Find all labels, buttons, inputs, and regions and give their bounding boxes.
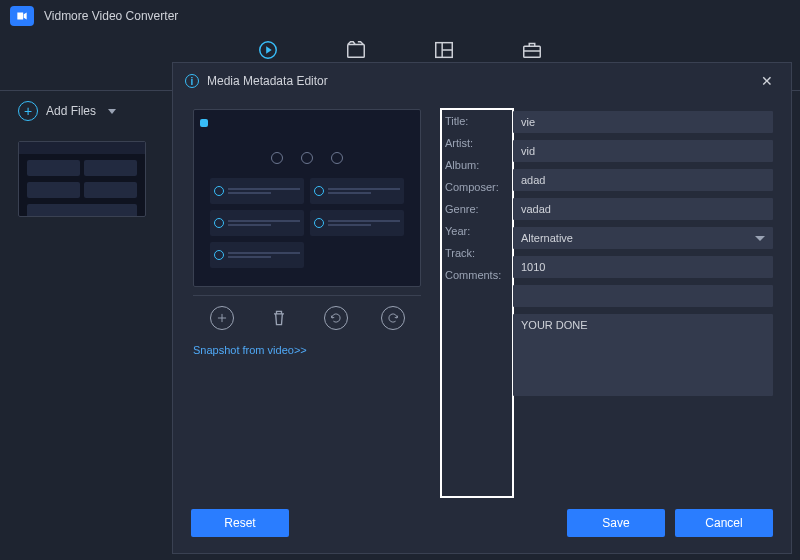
reset-button[interactable]: Reset	[191, 509, 289, 537]
comments-field[interactable]	[513, 314, 773, 396]
year-field[interactable]	[513, 256, 773, 278]
add-cover-button[interactable]	[210, 306, 234, 330]
dialog-header: i Media Metadata Editor ✕	[173, 63, 791, 99]
label-artist: Artist:	[445, 137, 509, 149]
chevron-down-icon[interactable]	[108, 109, 116, 114]
label-comments: Comments:	[445, 269, 509, 281]
snapshot-link[interactable]: Snapshot from video>>	[193, 344, 307, 356]
tab-toolbox[interactable]	[518, 38, 546, 62]
delete-cover-button[interactable]	[267, 306, 291, 330]
cancel-button[interactable]: Cancel	[675, 509, 773, 537]
album-field[interactable]	[513, 169, 773, 191]
app-logo	[10, 6, 34, 26]
close-icon[interactable]: ✕	[755, 71, 779, 91]
svg-rect-3	[524, 46, 541, 57]
tab-collage[interactable]	[430, 38, 458, 62]
plus-icon: +	[18, 101, 38, 121]
tab-media[interactable]	[342, 38, 370, 62]
redo-button[interactable]	[381, 306, 405, 330]
add-files-button[interactable]: Add Files	[46, 104, 96, 118]
label-genre: Genre:	[445, 203, 509, 215]
app-title: Vidmore Video Converter	[44, 9, 178, 23]
label-track: Track:	[445, 247, 509, 259]
label-title: Title:	[445, 115, 509, 127]
genre-select[interactable]	[513, 227, 773, 249]
title-field[interactable]	[513, 111, 773, 133]
field-labels: Title: Artist: Album: Composer: Genre: Y…	[441, 109, 513, 497]
dialog-title: Media Metadata Editor	[207, 74, 328, 88]
save-button[interactable]: Save	[567, 509, 665, 537]
tab-converter[interactable]	[254, 38, 282, 62]
video-preview	[193, 109, 421, 287]
info-icon: i	[185, 74, 199, 88]
artist-field[interactable]	[513, 140, 773, 162]
title-bar: Vidmore Video Converter	[0, 0, 800, 32]
label-year: Year:	[445, 225, 509, 237]
undo-button[interactable]	[324, 306, 348, 330]
metadata-editor-dialog: i Media Metadata Editor ✕	[172, 62, 792, 554]
label-composer: Composer:	[445, 181, 509, 193]
main-tabs	[0, 32, 800, 62]
track-field[interactable]	[513, 285, 773, 307]
label-album: Album:	[445, 159, 509, 171]
svg-rect-1	[348, 45, 365, 58]
queue-thumbnail[interactable]	[18, 141, 146, 217]
composer-field[interactable]	[513, 198, 773, 220]
